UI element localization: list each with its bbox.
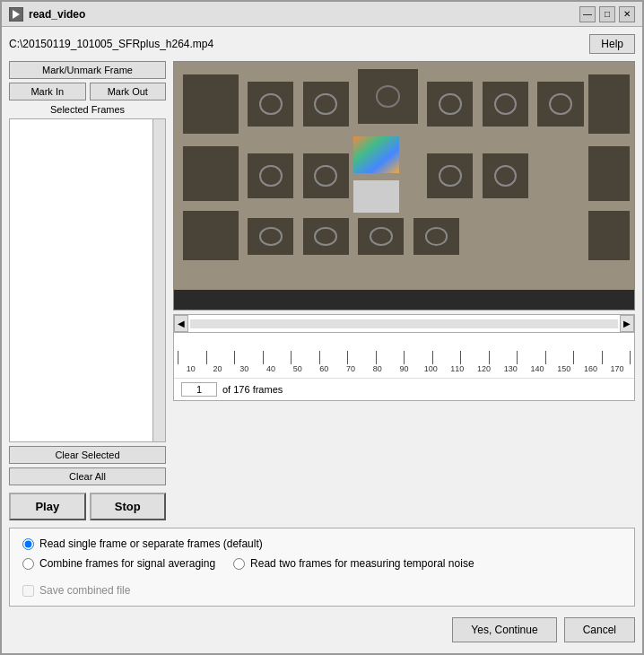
action-bar: Yes, Continue Cancel	[9, 614, 635, 646]
right-panel: ◀ ▶	[173, 61, 635, 520]
ruler-label-40: 40	[257, 364, 284, 373]
clear-all-button[interactable]: Clear All	[9, 467, 166, 485]
ruler-label-100: 100	[417, 364, 444, 373]
maximize-button[interactable]: □	[599, 6, 615, 22]
selected-frames-list	[9, 118, 166, 442]
radio-option-1: Read single frame or separate frames (de…	[22, 537, 622, 550]
checkbox-option: Save combined file	[22, 584, 622, 597]
cancel-button[interactable]: Cancel	[564, 617, 635, 642]
left-panel: Mark/Unmark Frame Mark In Mark Out Selec…	[9, 61, 166, 520]
radio-combine-frames-label: Combine frames for signal averaging	[39, 557, 215, 570]
main-row: Mark/Unmark Frame Mark In Mark Out Selec…	[9, 61, 635, 520]
frame-counter: of 176 frames	[174, 378, 634, 400]
frames-scrollbar[interactable]	[152, 119, 165, 441]
selected-frames-label: Selected Frames	[9, 104, 166, 115]
scroll-right-arrow[interactable]: ▶	[620, 315, 634, 332]
radio-single-frame[interactable]	[22, 538, 34, 550]
ruler-label-150: 150	[551, 364, 578, 373]
play-button[interactable]: Play	[9, 493, 86, 520]
ruler-label-130: 130	[497, 364, 524, 373]
top-bar: C:\20150119_101005_SFRplus_h264.mp4 Help	[9, 34, 635, 54]
help-button[interactable]: Help	[589, 34, 635, 54]
ruler-label-30: 30	[231, 364, 257, 373]
ruler-label-90: 90	[391, 364, 418, 373]
options-section: Read single frame or separate frames (de…	[9, 528, 635, 607]
radio-single-frame-label: Read single frame or separate frames (de…	[39, 537, 263, 550]
ruler-label-60: 60	[311, 364, 338, 373]
radio-two-frames-label: Read two frames for measuring temporal n…	[250, 557, 474, 570]
radio-options-row: Combine frames for signal averaging Read…	[22, 557, 622, 577]
play-stop-row: Play Stop	[9, 493, 166, 520]
file-path: C:\20150119_101005_SFRplus_h264.mp4	[9, 38, 213, 50]
ruler-label-70: 70	[337, 364, 364, 373]
title-bar: read_video — □ ✕	[2, 2, 642, 27]
clear-selected-button[interactable]: Clear Selected	[9, 446, 166, 464]
save-combined-checkbox[interactable]	[22, 585, 34, 597]
mark-out-button[interactable]: Mark Out	[90, 83, 167, 100]
radio-option-3: Read two frames for measuring temporal n…	[233, 557, 474, 570]
mark-in-button[interactable]: Mark In	[9, 83, 86, 100]
radio-two-frames[interactable]	[233, 558, 245, 570]
timeline-ruler[interactable]: 10 20 30 40 50 60 70 80 90 100 110 120	[174, 333, 634, 378]
minimize-button[interactable]: —	[579, 6, 596, 22]
scroll-left-arrow[interactable]: ◀	[174, 315, 188, 332]
close-button[interactable]: ✕	[619, 6, 635, 22]
timeline-scrollbar: ◀ ▶	[174, 315, 634, 333]
timeline-area: ◀ ▶	[173, 314, 635, 401]
ruler-label-140: 140	[524, 364, 551, 373]
ruler-label-120: 120	[471, 364, 498, 373]
stop-button[interactable]: Stop	[90, 493, 167, 520]
mark-in-out-row: Mark In Mark Out	[9, 83, 166, 100]
ruler-label-160: 160	[578, 364, 605, 373]
scroll-track[interactable]	[190, 319, 618, 328]
video-frame	[173, 61, 635, 310]
title-controls: — □ ✕	[579, 6, 635, 22]
yes-continue-button[interactable]: Yes, Continue	[452, 617, 556, 642]
ruler-label-170: 170	[604, 364, 631, 373]
ruler-label-80: 80	[364, 364, 391, 373]
radio-combine-frames[interactable]	[22, 558, 34, 570]
title-bar-left: read_video	[9, 7, 85, 22]
window-title: read_video	[29, 8, 85, 21]
ruler-label-50: 50	[284, 364, 311, 373]
content-area: C:\20150119_101005_SFRplus_h264.mp4 Help…	[2, 27, 642, 653]
frame-total-label: of 176 frames	[222, 384, 283, 395]
frame-number-input[interactable]	[181, 382, 217, 397]
ruler-label-20: 20	[205, 364, 231, 373]
window-icon	[9, 7, 23, 22]
ruler-label-110: 110	[444, 364, 471, 373]
main-window: read_video — □ ✕ C:\20150119_101005_SFRp…	[0, 0, 644, 655]
mark-unmark-button[interactable]: Mark/Unmark Frame	[9, 61, 166, 79]
ruler-labels: 10 20 30 40 50 60 70 80 90 100 110 120	[174, 364, 634, 373]
ruler-label-10: 10	[178, 364, 205, 373]
save-combined-label: Save combined file	[39, 584, 130, 597]
radio-option-2: Combine frames for signal averaging	[22, 557, 215, 570]
